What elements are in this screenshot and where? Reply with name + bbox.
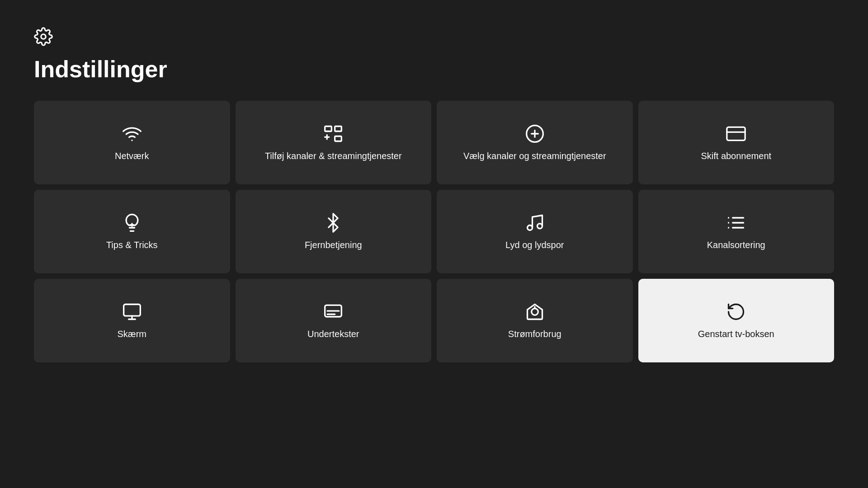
svg-rect-4 [335,136,342,141]
power-home-icon [525,302,545,322]
list-icon [726,213,746,233]
tile-genstart[interactable]: Genstart tv-boksen [638,279,835,362]
tile-lyd-lydspor[interactable]: Lyd og lydspor [437,190,633,273]
page-title: Indstillinger [34,56,834,83]
tile-undertekster[interactable]: Undertekster [236,279,432,362]
tile-tips-tricks-label: Tips & Tricks [106,239,158,251]
subtitles-icon [323,302,343,322]
tile-skaerm-label: Skærm [118,328,146,340]
tile-stromforbrug[interactable]: Strømforbrug [437,279,633,362]
svg-rect-8 [727,127,745,140]
svg-point-0 [41,34,46,39]
tile-kanalsortering-label: Kanalsortering [707,239,765,251]
tile-genstart-label: Genstart tv-boksen [698,328,774,340]
add-channels-icon [323,124,343,144]
settings-page-icon [34,27,834,50]
tile-lyd-lydspor-label: Lyd og lydspor [505,239,564,251]
tile-fjernbetjening[interactable]: Fjernbetjening [236,190,432,273]
tile-vaelg-kanaler[interactable]: Vælg kanaler og streamingtjenester [437,101,633,184]
tile-skift-abonnement-label: Skift abonnement [701,150,771,162]
bluetooth-icon [323,213,343,233]
restart-icon [726,302,746,322]
tile-netvaerk[interactable]: Netværk [34,101,230,184]
tile-tips-tricks[interactable]: Tips & Tricks [34,190,230,273]
card-icon [726,124,746,144]
svg-rect-20 [123,304,140,316]
tile-tilfoj-kanaler[interactable]: Tilføj kanaler & streamingtjenester [236,101,432,184]
svg-rect-3 [335,126,342,131]
svg-point-12 [527,225,532,230]
tile-stromforbrug-label: Strømforbrug [508,328,561,340]
tile-skift-abonnement[interactable]: Skift abonnement [638,101,835,184]
tile-kanalsortering[interactable]: Kanalsortering [638,190,835,273]
tile-tilfoj-kanaler-label: Tilføj kanaler & streamingtjenester [265,150,402,162]
plus-circle-icon [525,124,545,144]
page-container: Indstillinger Netværk Tilføj kanaler & s… [0,0,868,389]
bulb-icon [122,213,142,233]
tile-undertekster-label: Undertekster [307,328,359,340]
tile-skaerm[interactable]: Skærm [34,279,230,362]
settings-grid: Netværk Tilføj kanaler & streamingtjenes… [34,101,834,362]
monitor-icon [122,302,142,322]
svg-rect-2 [325,126,332,131]
tile-fjernbetjening-label: Fjernbetjening [305,239,362,251]
tile-netvaerk-label: Netværk [115,150,149,162]
wifi-icon [122,124,142,144]
header: Indstillinger [34,27,834,83]
music-icon [525,213,545,233]
tile-vaelg-kanaler-label: Vælg kanaler og streamingtjenester [463,150,606,162]
